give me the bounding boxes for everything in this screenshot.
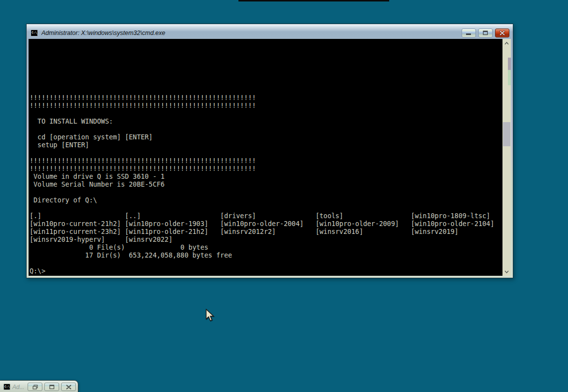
minimize-icon [466,31,471,35]
maximize-icon [483,31,488,35]
cmd-window-title: Administrator: X:\windows\system32\cmd.e… [41,30,462,36]
close-button[interactable] [61,383,76,391]
maximize-icon [49,385,55,390]
close-button[interactable] [495,29,509,37]
chevron-down-icon [504,270,509,273]
vertical-scrollbar [502,39,511,276]
console-output[interactable]: !!!!!!!!!!!!!!!!!!!!!!!!!!!!!!!!!!!!!!!!… [29,39,502,276]
window-controls [462,29,509,37]
mouse-cursor [205,309,215,322]
minimized-cmd-window[interactable]: C:\_ Ad... [0,380,78,392]
scrollbar-thumb[interactable] [503,122,510,146]
restore-icon [33,385,38,390]
scrollbar-mark-mauve [508,58,511,70]
scroll-down-button[interactable] [502,267,511,276]
cmd-window-titlebar[interactable]: C:\_ Administrator: X:\windows\system32\… [29,24,511,39]
close-icon [66,385,71,390]
minimize-button[interactable] [462,29,476,37]
desktop: { "desktop": { "background_color": "#076… [0,0,568,392]
scrollbar-mark-green [508,70,511,85]
maximize-button[interactable] [44,383,59,391]
cmd-icon: C:\_ [31,30,38,36]
cmd-icon: C:\_ [3,384,10,390]
top-edge-stripe [238,0,389,1]
close-icon [500,31,505,35]
cmd-window: C:\_ Administrator: X:\windows\system32\… [26,24,513,278]
console-client-area: !!!!!!!!!!!!!!!!!!!!!!!!!!!!!!!!!!!!!!!!… [29,39,511,276]
minimized-window-title: Ad... [12,384,24,391]
restore-button[interactable] [28,383,42,391]
chevron-up-icon [504,42,509,45]
maximize-button[interactable] [478,29,493,37]
scroll-up-button[interactable] [502,39,511,47]
